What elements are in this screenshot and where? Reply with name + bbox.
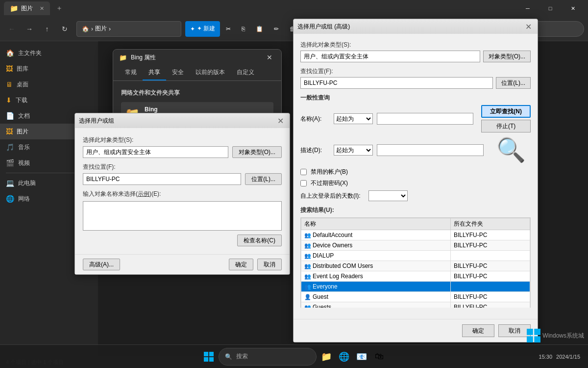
address-current: 图片 [95,25,107,33]
taskbar-browser-icon[interactable]: 🌐 [336,349,352,365]
folder-icon: 📁 [113,51,138,74]
explorer-tab[interactable]: 📁 图片 ✕ [4,1,50,15]
sidebar-downloads-label: 下载 [16,96,27,105]
watermark-logo [527,329,540,342]
forward-btn[interactable]: → [22,21,37,37]
close-btn[interactable]: ✕ [562,0,584,16]
desktop-icon: 🖥 [6,80,13,88]
svg-rect-6 [527,336,533,342]
up-btn[interactable]: ↑ [39,21,55,37]
sidebar-item-pictures[interactable]: 🖼 图片 [0,124,98,139]
watermark-text: Windows系统城 [542,332,584,340]
sidebar-item-gallery[interactable]: 🖼 图库 [0,61,98,77]
taskbar: 🔍 搜索 📁 🌐 📧 🛍 15:30 2024/1/15 Windows系统城 [0,344,588,368]
tab-label: 图片 [21,4,33,13]
tab-folder-icon: 📁 [10,4,18,12]
cut-btn[interactable]: ✂ [221,21,236,37]
documents-icon: 📄 [6,112,14,120]
pc-icon: 💻 [6,179,14,187]
title-bar: 📁 图片 ✕ ＋ ─ □ ✕ [0,0,588,17]
network-icon: 🌐 [6,195,14,203]
minimize-btn[interactable]: ─ [516,0,539,16]
new-btn[interactable]: ✦ ✦ 新建 [185,21,220,37]
windows-logo-icon [204,352,214,362]
rename-btn[interactable]: ✏ [269,21,284,37]
window-controls: ─ □ ✕ [516,0,584,16]
pictures-icon: 🖼 [6,128,13,135]
music-icon: 🎵 [6,143,14,151]
search-icon: 🔍 [512,26,519,32]
svg-rect-0 [204,352,208,356]
watermark: Windows系统城 [527,329,584,342]
more-btn[interactable]: ··· [358,21,372,37]
sidebar-item-pc[interactable]: 💻 此电脑 › [0,175,98,191]
detail-label: 详细信息 [475,25,499,33]
sidebar-item-network[interactable]: 🌐 网络 › [0,191,98,207]
sidebar-home-label: 主文件夹 [18,49,42,57]
svg-rect-4 [527,329,533,335]
delete-btn[interactable]: 🗑 [285,21,300,37]
taskbar-store-icon[interactable]: 🛍 [371,349,387,365]
sidebar-pc-label: 此电脑 [18,179,36,187]
sidebar-network-label: 网络 [18,195,30,203]
address-path: › [91,26,93,32]
sidebar-item-documents[interactable]: 📄 文档 [0,108,98,124]
address-home-icon: 🏠 [82,26,89,32]
sidebar-item-downloads[interactable]: ⬇ 下载 [0,92,98,108]
sidebar-documents-label: 文档 [18,112,30,120]
file-name: Bing [120,76,131,82]
svg-rect-1 [209,352,214,356]
sidebar-gallery-label: 图库 [17,65,28,73]
sidebar: 🏠 主文件夹 🖼 图库 🖥 桌面 ⬇ 下载 📄 文档 🖼 图片 [0,41,98,356]
taskbar-search[interactable]: 🔍 搜索 [219,348,317,366]
address-chevron: › [109,26,111,32]
main-content: 🏠 主文件夹 🖼 图库 🖥 桌面 ⬇ 下载 📄 文档 🖼 图片 [0,41,588,356]
address-bar[interactable]: 🏠 › 图片 › [76,21,181,37]
expand-icon: › [91,181,92,186]
svg-rect-5 [535,329,541,335]
paste-btn[interactable]: 📋 [251,21,268,37]
svg-rect-7 [535,336,541,342]
svg-rect-2 [204,357,208,361]
file-view: 📁 Bing [98,41,588,356]
sidebar-item-desktop[interactable]: 🖥 桌面 [0,77,98,92]
svg-rect-3 [209,357,214,361]
file-grid: 📁 Bing [106,49,580,84]
taskbar-time: 15:30 [539,354,553,360]
new-tab-btn[interactable]: ＋ [52,4,67,13]
taskbar-search-icon: 🔍 [225,353,232,360]
taskbar-search-text: 搜索 [236,352,248,361]
start-btn[interactable] [201,349,217,365]
home-icon: 🏠 [6,49,14,57]
search-bar[interactable]: 🔍 搜索 [506,21,584,37]
downloads-icon: ⬇ [6,96,12,104]
taskbar-explorer-icon[interactable]: 📁 [318,349,334,365]
sort-btn[interactable]: ↕ 排序 [301,21,327,37]
search-placeholder: 搜索 [522,25,534,33]
sort-label: ↕ 排序 [306,25,322,33]
new-icon: ✦ [190,26,195,32]
expand-icon2: › [91,196,92,202]
taskbar-right: 15:30 2024/1/15 [539,354,580,360]
view-btn[interactable]: ⊞ 查看 [329,21,357,37]
gallery-icon: 🖼 [6,65,13,73]
explorer-window: 📁 图片 ✕ ＋ ─ □ ✕ ← → ↑ ↻ 🏠 › 图片 › ✦ ✦ 新建 ✂ [0,0,588,368]
sidebar-videos-label: 视频 [18,159,30,167]
tab-close-btn[interactable]: ✕ [40,5,44,12]
sidebar-item-home[interactable]: 🏠 主文件夹 [0,45,98,61]
file-item-bing[interactable]: 📁 Bing [106,49,145,84]
sidebar-desktop-label: 桌面 [17,80,28,89]
toolbar-actions: ✦ ✦ 新建 ✂ ⎘ 📋 ✏ 🗑 ↕ 排序 ⊞ 查看 ··· [185,21,372,37]
maximize-btn[interactable]: □ [539,0,562,16]
sidebar-pictures-label: 图片 [17,128,28,136]
sidebar-music-label: 音乐 [18,143,30,152]
copy-btn[interactable]: ⎘ [237,21,250,37]
detail-btn[interactable]: 详细信息 [470,21,504,37]
view-label: ⊞ 查看 [334,25,352,33]
refresh-btn[interactable]: ↻ [57,21,73,37]
sidebar-item-videos[interactable]: 🎬 视频 [0,155,98,171]
taskbar-date: 2024/1/15 [556,354,580,360]
taskbar-mail-icon[interactable]: 📧 [354,349,369,365]
sidebar-item-music[interactable]: 🎵 音乐 [0,139,98,155]
back-btn[interactable]: ← [4,21,20,37]
